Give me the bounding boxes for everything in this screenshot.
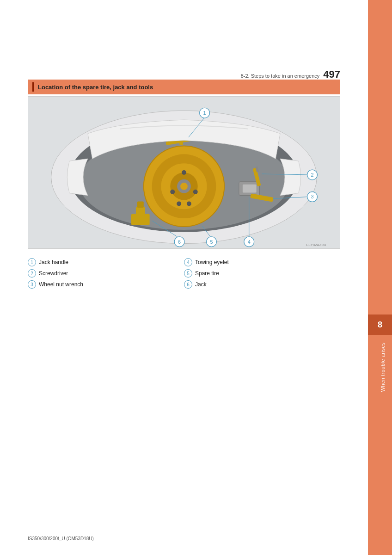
legend-num-5: 5 — [184, 269, 192, 278]
legend-item-5: 5 Spare tire — [184, 268, 340, 279]
legend-num-6: 6 — [184, 280, 192, 289]
svg-point-10 — [182, 170, 186, 175]
svg-point-13 — [177, 201, 181, 206]
legend-label-4: Towing eyelet — [195, 259, 229, 265]
section-label: 8-2. Steps to take in an emergency — [241, 73, 320, 79]
legend-item-2: 2 Screwdriver — [28, 268, 184, 279]
section-title: Location of the spare tire, jack and too… — [38, 84, 153, 91]
legend-label-3: Wheel nut wrench — [39, 281, 83, 288]
chapter-label: When trouble arises — [380, 342, 386, 392]
legend-item-6: 6 Jack — [184, 279, 340, 290]
legend-num-2: 2 — [28, 269, 36, 278]
legend-label-5: Spare tire — [195, 270, 219, 277]
legend-area: 1 Jack handle 4 Towing eyelet 2 Screwdri… — [28, 257, 340, 290]
svg-text:1: 1 — [203, 110, 206, 116]
legend-label-6: Jack — [195, 281, 207, 288]
svg-text:6: 6 — [178, 239, 181, 245]
legend-label-1: Jack handle — [39, 259, 68, 265]
legend-num-1: 1 — [28, 258, 36, 266]
svg-text:2: 2 — [311, 172, 313, 178]
chapter-number: 8 — [368, 314, 392, 335]
svg-rect-19 — [137, 201, 144, 208]
svg-text:5: 5 — [210, 239, 213, 245]
section-title-bar: Location of the spare tire, jack and too… — [28, 80, 340, 94]
legend-grid: 1 Jack handle 4 Towing eyelet 2 Screwdri… — [28, 257, 340, 290]
svg-point-9 — [180, 183, 188, 190]
legend-item-3: 3 Wheel nut wrench — [28, 279, 184, 290]
diagram-container: 1 2 3 4 5 6 CLY82AZ9B — [28, 96, 340, 249]
svg-point-14 — [170, 190, 175, 194]
legend-num-4: 4 — [184, 258, 192, 266]
legend-item-4: 4 Towing eyelet — [184, 257, 340, 268]
main-content: 8-2. Steps to take in an emergency 497 L… — [0, 0, 368, 555]
svg-rect-18 — [136, 207, 145, 215]
right-sidebar: 8 When trouble arises — [368, 0, 392, 555]
legend-num-3: 3 — [28, 280, 36, 289]
svg-rect-21 — [243, 185, 257, 193]
page-footer: IS350/300/200t_U (OM53D18U) — [28, 536, 94, 541]
svg-point-12 — [187, 201, 191, 206]
legend-label-2: Screwdriver — [39, 270, 68, 277]
svg-text:4: 4 — [248, 239, 251, 245]
svg-text:CLY82AZ9B: CLY82AZ9B — [306, 243, 326, 247]
diagram-svg: 1 2 3 4 5 6 CLY82AZ9B — [28, 97, 340, 248]
svg-text:3: 3 — [311, 194, 313, 199]
legend-item-1: 1 Jack handle — [28, 257, 184, 268]
footer-text: IS350/300/200t_U (OM53D18U) — [28, 536, 94, 541]
svg-rect-17 — [131, 214, 150, 225]
svg-point-11 — [193, 190, 198, 194]
title-accent — [32, 82, 34, 92]
page-number: 497 — [323, 68, 340, 80]
